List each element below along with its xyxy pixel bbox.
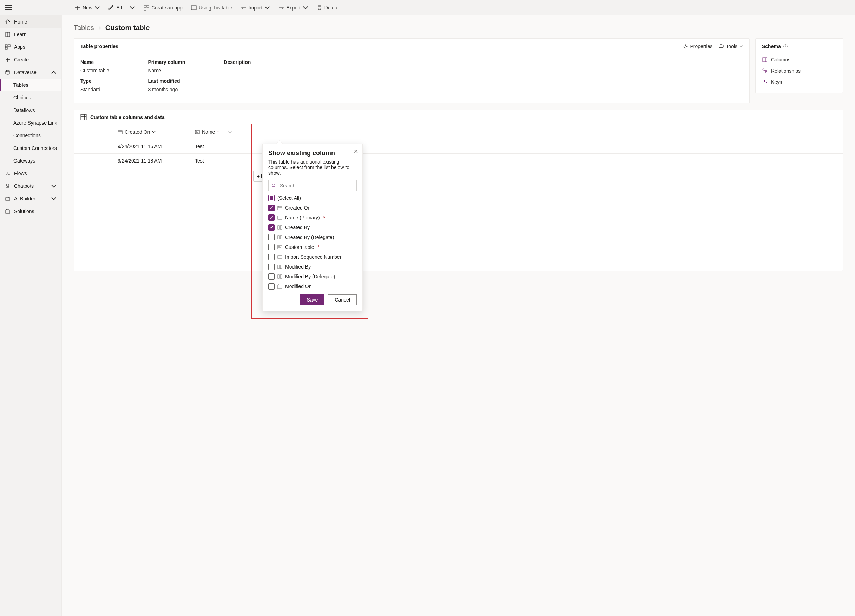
new-button[interactable]: New [71,3,104,13]
schema-keys[interactable]: Keys [762,76,837,88]
sidebar-item-solutions[interactable]: Solutions [0,205,61,218]
info-icon [783,44,788,49]
chevron-down-icon [303,5,308,11]
columns-and-data-card: Custom table columns and data Created On… [74,110,843,271]
sidebar-item-choices[interactable]: Choices [0,91,61,104]
import-button[interactable]: Import [238,3,274,13]
column-header-created-on[interactable]: Created On [114,125,192,139]
value-lastmod: 8 months ago [148,87,185,92]
column-option-label: Created By [285,225,310,230]
properties-button[interactable]: Properties [683,44,713,49]
export-icon [279,5,284,11]
label-lastmod: Last modified [148,78,185,84]
nav-learn-label: Learn [14,32,27,37]
select-all-row[interactable]: (Select All) [268,195,355,201]
sidebar-item-synapse[interactable]: Azure Synapse Link [0,116,61,129]
save-button[interactable]: Save [300,295,325,305]
column-header-name[interactable]: Name * [192,125,269,139]
close-button[interactable]: ✕ [354,148,358,155]
column-option[interactable]: Name (Primary)* [268,214,355,221]
hamburger-icon [5,5,12,10]
type-icon [277,205,282,210]
sidebar-item-flows[interactable]: Flows [0,167,61,180]
table-properties-card: Table properties Properties Tools [74,38,750,103]
delete-button[interactable]: Delete [313,3,342,13]
key-icon [762,79,768,85]
flow-icon [5,171,11,176]
column-option-label: Modified By (Delegate) [285,274,335,280]
sidebar-item-tables[interactable]: Tables [0,79,61,91]
tools-button[interactable]: Tools [719,44,743,49]
app-icon [144,5,149,11]
label-description: Description [224,59,251,65]
sidebar-item-gateways[interactable]: Gateways [0,154,61,167]
schema-columns[interactable]: Columns [762,54,837,65]
checkbox[interactable] [268,224,274,231]
create-app-button[interactable]: Create an app [140,3,186,13]
breadcrumb-current: Custom table [105,24,150,32]
using-table-button[interactable]: Using this table [187,3,236,13]
value-primary: Name [148,68,185,73]
sidebar-item-dataflows[interactable]: Dataflows [0,104,61,116]
cell-name: Test [192,154,269,168]
search-icon [271,183,276,188]
label-type: Type [80,78,109,84]
column-option[interactable]: Created On [268,205,355,211]
checkbox[interactable] [268,205,274,211]
sidebar-item-apps[interactable]: Apps [0,41,61,53]
sidebar-item-learn[interactable]: Learn [0,28,61,41]
date-icon [118,130,123,135]
relationships-icon [762,68,768,74]
nav-chatbots-label: Chatbots [14,183,34,189]
column-option[interactable]: Custom table* [268,244,355,250]
delete-icon [317,5,322,11]
breadcrumb: Tables Custom table [74,24,843,32]
checkbox[interactable] [268,264,274,270]
checkbox[interactable] [268,274,274,280]
hamburger-button[interactable] [0,0,17,15]
cancel-button[interactable]: Cancel [328,295,357,305]
breadcrumb-root[interactable]: Tables [74,24,94,32]
type-icon [277,254,282,259]
import-label: Import [248,5,263,11]
column-option[interactable]: Modified By (Delegate) [268,274,355,280]
sidebar-item-ai-builder[interactable]: AI Builder [0,193,61,205]
sidebar-item-dataverse[interactable]: Dataverse [0,66,61,79]
table-row[interactable]: 9/24/2021 11:18 AM Test [74,153,843,168]
checkbox[interactable] [268,254,274,260]
nav-solutions-label: Solutions [14,208,34,214]
export-button[interactable]: Export [275,3,311,13]
sidebar-item-home[interactable]: Home [0,15,61,28]
export-label: Export [286,5,300,11]
column-option[interactable]: Modified On [268,283,355,290]
sidebar-item-chatbots[interactable]: Chatbots [0,180,61,193]
create-app-label: Create an app [151,5,182,11]
sidebar-item-connections[interactable]: Connections [0,129,61,142]
table-row[interactable]: 9/24/2021 11:15 AM Test [74,139,843,153]
column-option[interactable]: Created By (Delegate) [268,234,355,240]
edit-button[interactable]: Edit [105,3,139,13]
type-icon [277,215,282,220]
column-option[interactable]: Import Sequence Number [268,254,355,260]
cell-name: Test [192,139,269,153]
sidebar-item-create[interactable]: Create [0,53,61,66]
column-list: (Select All) Created On Name (Primary)* … [268,195,357,290]
checkbox[interactable] [268,234,274,240]
chevron-down-icon [264,5,270,11]
home-icon [5,19,11,24]
search-field[interactable] [268,180,357,191]
import-icon [241,5,247,11]
search-input[interactable] [279,182,354,189]
checkbox-indeterminate[interactable] [268,195,274,201]
column-option[interactable]: Modified By [268,264,355,270]
text-icon [195,130,200,135]
column-option[interactable]: Created By [268,224,355,231]
checkbox[interactable] [268,283,274,290]
checkbox[interactable] [268,214,274,221]
column-option-label: Modified On [285,284,311,289]
checkbox[interactable] [268,244,274,250]
label-primary: Primary column [148,59,185,65]
schema-relationships[interactable]: Relationships [762,65,837,76]
type-icon [277,245,282,249]
sidebar-item-custom-connectors[interactable]: Custom Connectors [0,142,61,154]
